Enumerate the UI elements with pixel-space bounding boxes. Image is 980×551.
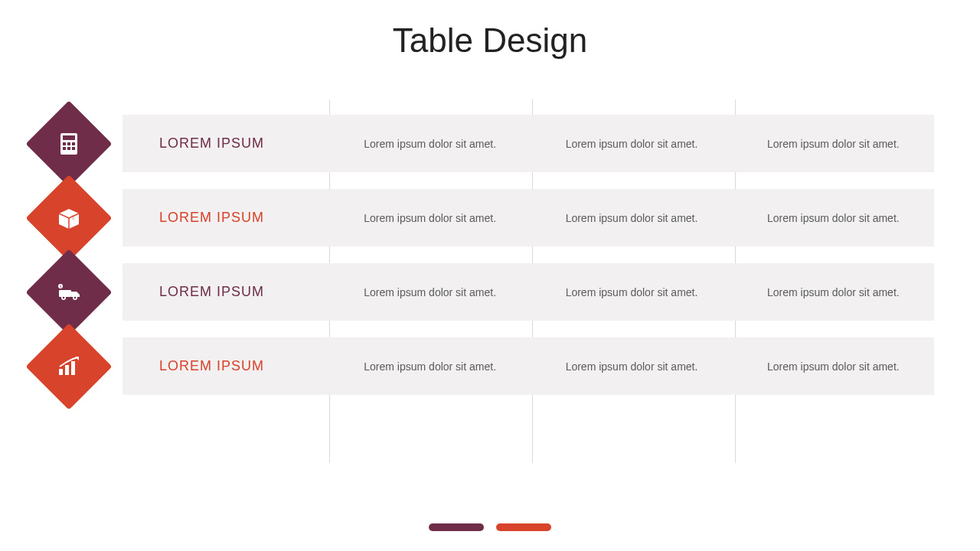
svg-point-13 bbox=[74, 296, 77, 298]
svg-rect-9 bbox=[59, 290, 71, 297]
indicator-pill bbox=[429, 523, 484, 531]
calculator-icon bbox=[38, 113, 100, 174]
svg-rect-1 bbox=[63, 135, 75, 140]
table-row: LOREM IPSUM Lorem ipsum dolor sit amet. … bbox=[46, 189, 934, 246]
row-cell: Lorem ipsum dolor sit amet. bbox=[733, 138, 934, 150]
row-cell: Lorem ipsum dolor sit amet. bbox=[531, 360, 732, 373]
row-cell: Lorem ipsum dolor sit amet. bbox=[733, 212, 934, 224]
row-bar: LOREM IPSUM Lorem ipsum dolor sit amet. … bbox=[122, 263, 934, 321]
row-icon-badge bbox=[38, 113, 100, 174]
table-row: LOREM IPSUM Lorem ipsum dolor sit amet. … bbox=[46, 115, 934, 172]
row-heading: LOREM IPSUM bbox=[122, 210, 329, 226]
row-cell: Lorem ipsum dolor sit amet. bbox=[329, 286, 531, 298]
row-icon-badge bbox=[38, 262, 100, 323]
row-cell: Lorem ipsum dolor sit amet. bbox=[531, 286, 732, 298]
row-bar: LOREM IPSUM Lorem ipsum dolor sit amet. … bbox=[122, 337, 934, 395]
svg-rect-14 bbox=[59, 369, 63, 375]
svg-rect-5 bbox=[63, 147, 66, 150]
row-heading: LOREM IPSUM bbox=[122, 284, 329, 300]
row-icon-badge bbox=[38, 336, 100, 397]
row-cell: Lorem ipsum dolor sit amet. bbox=[531, 212, 732, 224]
table: LOREM IPSUM Lorem ipsum dolor sit amet. … bbox=[46, 99, 934, 412]
row-bar: LOREM IPSUM Lorem ipsum dolor sit amet. … bbox=[122, 115, 934, 172]
footer-indicator bbox=[429, 523, 551, 531]
row-heading: LOREM IPSUM bbox=[122, 135, 329, 152]
row-cell: Lorem ipsum dolor sit amet. bbox=[329, 138, 531, 150]
table-row: LOREM IPSUM Lorem ipsum dolor sit amet. … bbox=[46, 263, 934, 321]
row-cell: Lorem ipsum dolor sit amet. bbox=[329, 360, 531, 373]
row-cell: Lorem ipsum dolor sit amet. bbox=[733, 360, 934, 373]
row-heading: LOREM IPSUM bbox=[122, 358, 329, 374]
row-cell: Lorem ipsum dolor sit amet. bbox=[329, 212, 531, 224]
row-icon-badge bbox=[38, 187, 100, 249]
svg-rect-2 bbox=[63, 142, 66, 145]
delivery-truck-icon bbox=[38, 262, 100, 323]
table-row: LOREM IPSUM Lorem ipsum dolor sit amet. … bbox=[46, 337, 934, 395]
svg-rect-15 bbox=[65, 365, 69, 375]
row-bar: LOREM IPSUM Lorem ipsum dolor sit amet. … bbox=[122, 189, 934, 246]
svg-rect-16 bbox=[71, 361, 75, 375]
svg-rect-6 bbox=[67, 147, 70, 150]
chart-growth-icon bbox=[38, 336, 100, 397]
indicator-pill bbox=[496, 523, 551, 531]
svg-rect-3 bbox=[67, 142, 70, 145]
page-title: Table Design bbox=[0, 0, 980, 60]
box-icon bbox=[38, 187, 100, 249]
row-cell: Lorem ipsum dolor sit amet. bbox=[733, 286, 934, 298]
svg-point-11 bbox=[63, 296, 65, 298]
svg-rect-4 bbox=[72, 142, 75, 145]
row-cell: Lorem ipsum dolor sit amet. bbox=[531, 138, 732, 150]
svg-rect-7 bbox=[72, 147, 75, 150]
